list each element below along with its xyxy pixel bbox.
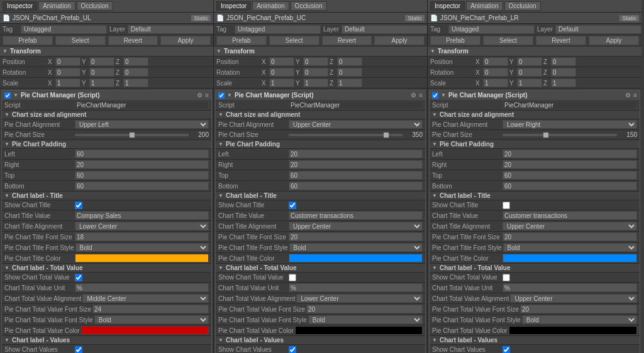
total-font-style[interactable]: Bold: [94, 315, 209, 324]
x-input[interactable]: [269, 79, 294, 87]
chart-title-value[interactable]: [502, 211, 637, 220]
tab-inspector[interactable]: Inspector: [430, 1, 465, 11]
show-total-value[interactable]: [502, 274, 510, 281]
total-font-style[interactable]: Bold: [522, 315, 637, 324]
component-settings-icon[interactable]: ⚙: [197, 92, 203, 99]
total-alignment[interactable]: Middle Center: [82, 294, 209, 303]
subsection-header[interactable]: ▼Pie Chart Padding: [430, 140, 640, 149]
y-input[interactable]: [517, 68, 542, 77]
y-input[interactable]: [303, 68, 328, 77]
x-input[interactable]: [483, 68, 508, 77]
z-input[interactable]: [123, 57, 148, 66]
title-font-size[interactable]: [75, 232, 209, 241]
padding-right[interactable]: [502, 160, 637, 169]
y-input[interactable]: [303, 57, 328, 66]
title-font-style[interactable]: Bold: [289, 243, 423, 252]
subsection-header[interactable]: ▼Chart size and alignment: [430, 111, 640, 119]
tab-inspector[interactable]: Inspector: [3, 1, 37, 11]
z-input[interactable]: [123, 79, 148, 87]
z-input[interactable]: [337, 68, 362, 77]
show-chart-title[interactable]: [289, 202, 296, 209]
action-btn-apply[interactable]: Apply: [589, 36, 639, 45]
layer-input[interactable]: [128, 25, 214, 34]
component-header[interactable]: ▼ Pie Chart Manager (Script) ⚙ ≡: [2, 90, 211, 100]
subsection-header[interactable]: ▼Pie Chart Padding: [2, 140, 211, 149]
total-unit[interactable]: [289, 283, 423, 292]
x-input[interactable]: [55, 57, 80, 66]
padding-bottom[interactable]: [75, 182, 209, 190]
subsection-header[interactable]: ▼Chart label - Total Value: [2, 264, 211, 273]
subsection-header[interactable]: ▼Chart label - Values: [2, 336, 211, 345]
component-menu-icon[interactable]: ≡: [205, 92, 209, 99]
subsection-header[interactable]: ▼Pie Chart Padding: [216, 140, 425, 149]
y-input[interactable]: [303, 79, 328, 87]
padding-top[interactable]: [502, 171, 637, 180]
layer-input[interactable]: [341, 25, 428, 34]
total-unit[interactable]: [502, 283, 637, 292]
padding-bottom[interactable]: [502, 182, 637, 190]
component-enabled-checkbox[interactable]: [432, 92, 438, 99]
tag-input[interactable]: [448, 25, 535, 34]
tab-inspector[interactable]: Inspector: [216, 1, 251, 11]
show-chart-title[interactable]: [75, 202, 82, 209]
show-values[interactable]: [289, 346, 296, 354]
title-alignment-select[interactable]: Lower Center: [75, 222, 209, 231]
subsection-header[interactable]: ▼Chart label - Total Value: [430, 264, 640, 273]
component-enabled-checkbox[interactable]: [218, 92, 225, 99]
tag-input[interactable]: [21, 25, 107, 34]
script-input[interactable]: [502, 100, 637, 109]
component-header[interactable]: ▼ Pie Chart Manager (Script) ⚙ ≡: [430, 90, 640, 100]
action-btn-prefab[interactable]: Prefab: [430, 36, 480, 45]
z-input[interactable]: [551, 57, 576, 66]
x-input[interactable]: [55, 68, 80, 77]
action-btn-apply[interactable]: Apply: [374, 36, 425, 45]
section-header[interactable]: ▼Transform: [0, 46, 213, 57]
y-input[interactable]: [517, 79, 542, 87]
padding-right[interactable]: [75, 160, 209, 169]
y-input[interactable]: [89, 68, 114, 77]
subsection-header[interactable]: ▼Chart label - Total Value: [216, 264, 425, 273]
action-btn-revert[interactable]: Revert: [108, 36, 158, 45]
tag-input[interactable]: [235, 25, 321, 34]
x-input[interactable]: [483, 79, 508, 87]
alignment-select[interactable]: Upper Left: [75, 120, 209, 129]
total-font-style[interactable]: Bold: [308, 315, 423, 324]
action-btn-apply[interactable]: Apply: [160, 36, 211, 45]
title-font-style[interactable]: Bold: [75, 243, 209, 252]
tab-animation[interactable]: Animation: [466, 1, 502, 11]
show-chart-title[interactable]: [502, 202, 510, 209]
total-unit[interactable]: [75, 283, 209, 292]
z-input[interactable]: [551, 68, 576, 77]
script-input[interactable]: [75, 100, 209, 109]
show-total-value[interactable]: [289, 274, 296, 281]
subsection-header[interactable]: ▼Chart label - Values: [430, 336, 640, 345]
x-input[interactable]: [483, 57, 508, 66]
padding-right[interactable]: [289, 160, 423, 169]
layer-input[interactable]: [555, 25, 641, 34]
section-header[interactable]: ▼Transform: [214, 46, 427, 57]
action-btn-revert[interactable]: Revert: [536, 36, 586, 45]
script-input[interactable]: [289, 100, 423, 109]
z-input[interactable]: [337, 57, 362, 66]
component-menu-icon[interactable]: ≡: [419, 92, 423, 99]
title-alignment-select[interactable]: Upper Center: [502, 222, 637, 231]
total-font-size[interactable]: [92, 305, 209, 313]
x-input[interactable]: [55, 79, 80, 87]
title-font-size[interactable]: [502, 232, 637, 241]
padding-top[interactable]: [289, 171, 423, 180]
alignment-select[interactable]: Upper Center: [289, 120, 423, 129]
total-color[interactable]: [295, 326, 423, 335]
action-btn-select[interactable]: Select: [483, 36, 533, 45]
subsection-header[interactable]: ▼Chart size and alignment: [216, 111, 425, 119]
component-menu-icon[interactable]: ≡: [633, 92, 637, 99]
total-color[interactable]: [509, 326, 637, 335]
padding-bottom[interactable]: [289, 182, 423, 190]
tab-occlusion[interactable]: Occlusion: [504, 1, 541, 11]
title-alignment-select[interactable]: Upper Center: [289, 222, 423, 231]
y-input[interactable]: [517, 57, 542, 66]
chart-title-color[interactable]: [289, 254, 423, 263]
chart-title-color[interactable]: [502, 254, 637, 263]
alignment-select[interactable]: Lower Right: [502, 120, 637, 129]
y-input[interactable]: [89, 57, 114, 66]
chart-title-value[interactable]: [289, 211, 423, 220]
